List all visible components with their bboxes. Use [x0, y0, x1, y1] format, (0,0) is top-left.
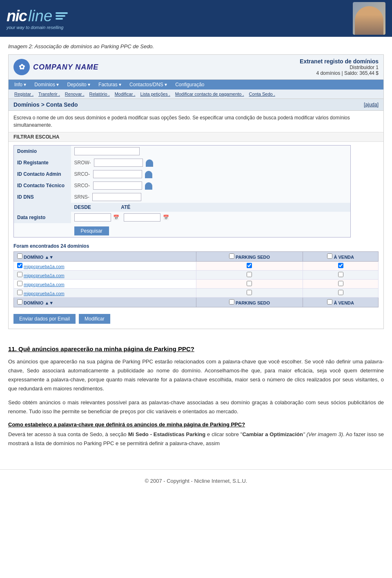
header-person-image — [353, 2, 385, 35]
help-link[interactable]: [ajuda] — [364, 102, 379, 108]
col-dominio-footer-label: DOMÍNIO ▲▼ — [24, 300, 53, 305]
person-icon-tecnico — [145, 182, 152, 190]
sub-nav: Registar . Transferir . Renovar . Relató… — [9, 90, 383, 99]
domain-link-3[interactable]: mippcprueba1a.com — [24, 282, 65, 287]
row-checkbox-1[interactable] — [17, 263, 22, 268]
prefix-srns: SRNS- — [74, 194, 89, 200]
domain-cell: mippcprueba1a.com — [14, 289, 196, 298]
calendar-desde-icon[interactable]: 📅 — [113, 215, 119, 220]
sub-nav-renovar[interactable]: Renovar . — [62, 91, 87, 97]
input-id-contacto-admin-cell: SRCO- — [71, 168, 351, 180]
section11-heading: 11. Quê anúncios aparecerão na minha pág… — [8, 345, 384, 352]
calendar-ate-icon[interactable]: 📅 — [163, 215, 169, 220]
venda-checkbox-4[interactable] — [338, 290, 343, 295]
label-dominio: Domínio — [14, 146, 71, 157]
ate-label: ATÉ — [121, 204, 130, 210]
date-desde-input[interactable] — [74, 213, 111, 222]
company-name: COMPANY NAME — [33, 63, 98, 72]
row-checkbox-2[interactable] — [17, 272, 22, 277]
table-footer-row: DOMÍNIO ▲▼ PARKING SEDO À VENDA — [14, 298, 379, 307]
domain-manager-box: ✿ COMPANY NAME Extranet registo de domín… — [8, 54, 384, 329]
parking-checkbox-2[interactable] — [247, 272, 252, 277]
input-id-dns-cell: SRNS- — [71, 191, 351, 203]
domain-link-2[interactable]: mippcprueba1a.com — [24, 273, 65, 278]
venda-header-checkbox[interactable] — [327, 253, 332, 259]
venda-checkbox-2[interactable] — [338, 272, 343, 277]
sub-nav-transferir[interactable]: Transferir . — [36, 91, 62, 97]
subsection-text-2: e clicar sobre " — [205, 431, 242, 437]
input-id-contacto-tecnico[interactable] — [93, 181, 142, 190]
field-dominio: Domínio — [14, 146, 351, 157]
sub-nav-modificar-contacto[interactable]: Modificar contacto de pagamento . — [173, 91, 247, 97]
row-checkbox-4[interactable] — [17, 290, 22, 295]
section11-paragraph-1: Os anúncios que aparecerão na sua página… — [8, 357, 384, 393]
parking-cell-3 — [196, 280, 303, 289]
subsection-bold2: Cambiar a Optimización — [242, 431, 303, 437]
domains-table: DOMÍNIO ▲▼ PARKING SEDO À VENDA mippcpru… — [13, 251, 379, 307]
col-parking-header: PARKING SEDO — [196, 252, 303, 262]
subsection-italic: " (Ver imagem 3) — [303, 431, 343, 437]
nav-contactos[interactable]: Contactos/DNS ▾ — [125, 80, 171, 90]
table-row: mippcprueba1a.com — [14, 280, 379, 289]
search-btn-cell: Pesquisar — [71, 223, 351, 237]
sub-nav-registar[interactable]: Registar . — [12, 91, 36, 97]
subsection-bold: Mi Sedo - Estadísticas Parking — [128, 431, 206, 437]
main-content: 11. Quê anúncios aparecerão na minha pág… — [0, 337, 392, 461]
empty-search-label — [14, 223, 71, 237]
sub-nav-modificar[interactable]: Modificar . — [112, 91, 138, 97]
domain-link-4[interactable]: mippcprueba1a.com — [24, 291, 65, 296]
field-id-dns: ID DNS SRNS- — [14, 191, 351, 203]
parking-header-checkbox[interactable] — [229, 253, 234, 259]
venda-checkbox-1[interactable] — [338, 263, 343, 268]
sub-nav-relatorio[interactable]: Relatório . — [87, 91, 112, 97]
select-all-footer-checkbox[interactable] — [17, 299, 22, 305]
domain-box-header: ✿ COMPANY NAME Extranet registo de domín… — [9, 55, 383, 80]
nav-facturas[interactable]: Facturas ▾ — [94, 80, 125, 90]
parking-checkbox-4[interactable] — [247, 290, 252, 295]
nav-configuracao[interactable]: Configuração — [171, 80, 208, 90]
parking-cell-1 — [196, 262, 303, 271]
input-id-dns[interactable] — [92, 193, 141, 201]
search-button[interactable]: Pesquisar — [74, 226, 109, 235]
filter-form: Domínio ID Registante SROW- ID Contacto … — [13, 145, 351, 237]
parking-checkbox-3[interactable] — [247, 281, 252, 286]
domain-cell: mippcprueba1a.com — [14, 262, 196, 271]
domain-link-1[interactable]: mippcprueba1a.com — [24, 264, 65, 269]
parking-cell-2 — [196, 271, 303, 280]
footer: © 2007 - Copyright - Nicline Internet, S… — [0, 469, 392, 492]
label-id-dns: ID DNS — [14, 191, 71, 203]
date-ate-input[interactable] — [124, 213, 160, 222]
col-venda-header: À VENDA — [303, 252, 379, 262]
date-headers-cell: DESDE ATÉ — [71, 203, 351, 212]
parking-checkbox-1[interactable] — [247, 263, 252, 268]
col-dominio-footer: DOMÍNIO ▲▼ — [14, 298, 196, 307]
select-all-checkbox[interactable] — [17, 253, 22, 259]
caption-text: Imagem 2: Associação de domínios ao Park… — [8, 43, 154, 49]
venda-cell-3 — [303, 280, 379, 289]
sub-nav-lista[interactable]: Lista petições . — [138, 91, 172, 97]
subsection-body: Deverá ter acesso à sua conta de Sedo, à… — [8, 430, 384, 448]
row-checkbox-3[interactable] — [17, 281, 22, 286]
input-id-registante[interactable] — [94, 159, 143, 167]
nav-deposito[interactable]: Depósito ▾ — [63, 80, 94, 90]
col-parking-footer: PARKING SEDO — [196, 298, 303, 307]
extranet-info: Extranet registo de domínios Distribuido… — [300, 58, 379, 76]
nic-logo: nic line — [7, 7, 68, 25]
venda-footer-checkbox[interactable] — [327, 299, 332, 305]
input-dominio[interactable] — [74, 147, 140, 155]
parking-footer-checkbox[interactable] — [229, 299, 234, 305]
nav-info[interactable]: Info ▾ — [10, 80, 30, 90]
empty-cell — [14, 203, 71, 212]
sub-nav-conta-sedo[interactable]: Conta Sedo . — [247, 91, 278, 97]
modify-button[interactable]: Modificar — [79, 314, 110, 324]
venda-cell-1 — [303, 262, 379, 271]
wave-3 — [56, 18, 63, 20]
company-icon: ✿ — [13, 59, 30, 75]
found-text: Foram encontrados 24 domínios — [9, 241, 383, 251]
nav-dominios[interactable]: Domínios ▾ — [30, 80, 63, 90]
domain-cell: mippcprueba1a.com — [14, 271, 196, 280]
venda-checkbox-3[interactable] — [338, 281, 343, 286]
input-id-contacto-admin[interactable] — [93, 170, 142, 178]
email-button[interactable]: Enviar dados por Email — [13, 314, 76, 324]
domain-cell: mippcprueba1a.com — [14, 280, 196, 289]
